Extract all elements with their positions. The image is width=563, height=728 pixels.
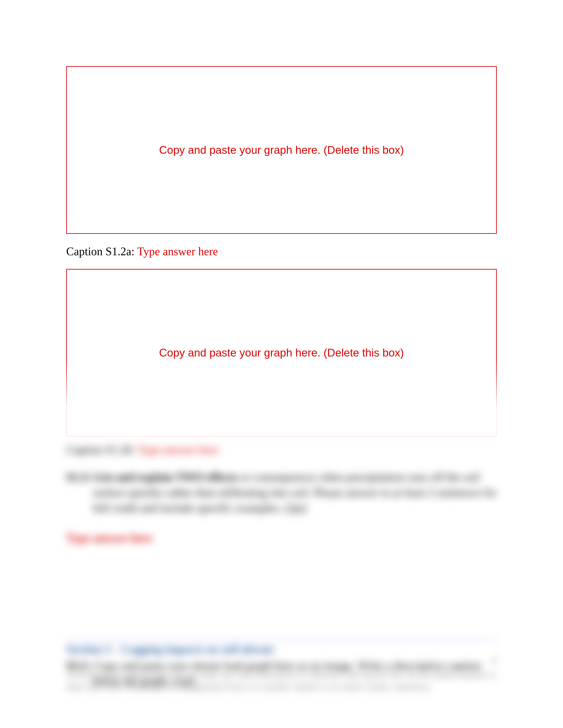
- graph-placeholder-box-1[interactable]: Copy and paste your graph here. (Delete …: [66, 66, 497, 234]
- question-bold-lead: List and explain TWO effects: [94, 471, 237, 483]
- graph-placeholder-text-2: Copy and paste your graph here. (Delete …: [159, 346, 404, 359]
- answer-placeholder-s1-3[interactable]: Type answer here: [66, 531, 497, 544]
- blurred-preview-region: Caption S1.2b: Type answer here S1.3: Li…: [66, 443, 497, 689]
- footer-academic-misconduct: Avoid Academic Misconduct. Do not share …: [66, 669, 497, 693]
- section-2-title: Section 2 – Logging impacts on soil nitr…: [66, 643, 497, 656]
- caption-s1-2a: Caption S1.2a: Type answer here: [66, 245, 497, 258]
- caption-answer-2[interactable]: Type answer here: [138, 443, 218, 456]
- question-s1-3: S1.3: List and explain TWO effects or co…: [66, 469, 497, 516]
- section-2-divider: Section 2 – Logging impacts on soil nitr…: [66, 639, 497, 656]
- document-page: Copy and paste your graph here. (Delete …: [0, 0, 563, 728]
- page-number: 2: [492, 655, 497, 666]
- graph-placeholder-text-1: Copy and paste your graph here. (Delete …: [159, 144, 404, 156]
- graph-placeholder-box-2[interactable]: Copy and paste your graph here. (Delete …: [66, 269, 497, 437]
- caption-s1-2b: Caption S1.2b: Type answer here: [66, 443, 497, 456]
- caption-answer-1[interactable]: Type answer here: [137, 245, 218, 258]
- caption-label-1: Caption S1.2a:: [66, 245, 137, 258]
- question-label: S1.3:: [66, 471, 94, 483]
- caption-label-2: Caption S1.2b:: [66, 443, 138, 456]
- graph-box-2-wrapper: Copy and paste your graph here. (Delete …: [66, 269, 497, 437]
